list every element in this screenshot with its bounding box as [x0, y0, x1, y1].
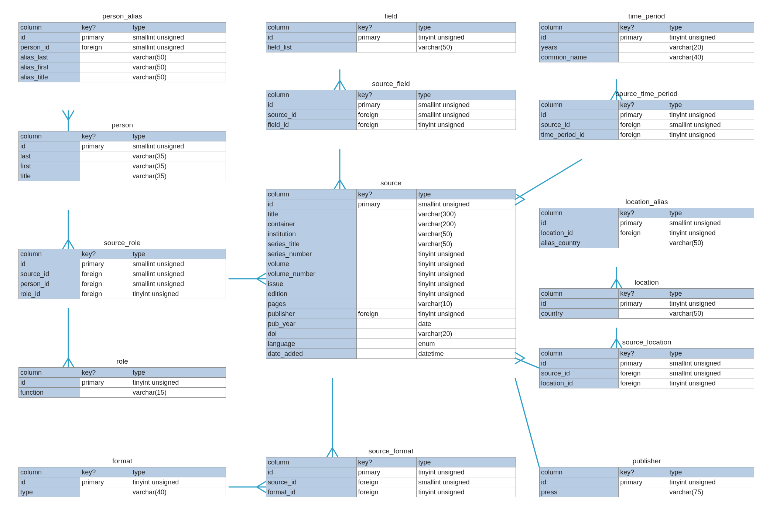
cell: id — [19, 259, 80, 269]
header-cell: type — [417, 457, 516, 467]
cell — [357, 289, 417, 299]
entity-title: source — [266, 179, 516, 187]
entity-title: field — [266, 12, 516, 20]
table-row: titlevarchar(35) — [19, 171, 226, 181]
header-cell: type — [668, 23, 754, 32]
cell: foreign — [357, 110, 417, 120]
table-header: columnkey?type — [540, 289, 754, 299]
entity-source_role: source_rolecolumnkey?typeidprimarysmalli… — [18, 249, 226, 299]
cell: tinyint unsigned — [417, 487, 516, 497]
entity-person_alias: person_aliascolumnkey?typeidprimarysmall… — [18, 22, 226, 82]
cell — [357, 42, 417, 52]
header-cell: column — [19, 23, 80, 32]
header-cell: column — [540, 23, 619, 32]
cell: field_id — [266, 120, 357, 130]
header-cell: key? — [619, 208, 668, 218]
header-cell: key? — [357, 189, 417, 199]
cell: publisher — [266, 309, 357, 319]
table-row: typevarchar(40) — [19, 487, 226, 497]
cell: varchar(35) — [131, 161, 226, 171]
entity-location_alias: location_aliascolumnkey?typeidprimarysma… — [539, 208, 754, 248]
header-cell: key? — [80, 249, 131, 259]
table-row: volumetinyint unsigned — [266, 259, 516, 269]
cell: tinyint unsigned — [417, 259, 516, 269]
cell: language — [266, 339, 357, 349]
header-cell: column — [266, 189, 357, 199]
cell: tinyint unsigned — [668, 477, 754, 487]
cell: volume — [266, 259, 357, 269]
table-row: idprimarysmallint unsigned — [540, 358, 754, 368]
cell: source_id — [540, 120, 619, 130]
table-row: source_idforeignsmallint unsigned — [266, 110, 516, 120]
cell: smallint unsigned — [417, 100, 516, 110]
cell: function — [19, 388, 80, 397]
table-row: alias_lastvarchar(50) — [19, 52, 226, 62]
cell: primary — [80, 141, 131, 151]
cell: person_id — [19, 42, 80, 52]
cell — [357, 249, 417, 259]
cell — [357, 329, 417, 339]
table-row: source_idforeignsmallint unsigned — [19, 269, 226, 279]
cell: tinyint unsigned — [131, 289, 226, 299]
cell: title — [19, 171, 80, 181]
table-row: idprimarytinyint unsigned — [540, 110, 754, 120]
table-row: person_idforeignsmallint unsigned — [19, 279, 226, 289]
table-row: doivarchar(20) — [266, 329, 516, 339]
table-row: publisherforeigntinyint unsigned — [266, 309, 516, 319]
table-row: firstvarchar(35) — [19, 161, 226, 171]
table-header: columnkey?type — [266, 189, 516, 199]
cell: foreign — [80, 279, 131, 289]
entity-source_time_period: source_time_periodcolumnkey?typeidprimar… — [539, 100, 754, 140]
cell — [80, 62, 131, 72]
cell: tinyint unsigned — [417, 289, 516, 299]
cell: tinyint unsigned — [131, 378, 226, 387]
cell: smallint unsigned — [131, 259, 226, 269]
cell: primary — [619, 358, 668, 368]
cell: date — [417, 319, 516, 329]
cell: foreign — [80, 289, 131, 299]
cell: alias_first — [19, 62, 80, 72]
cell: id — [266, 199, 357, 209]
cell: varchar(50) — [131, 52, 226, 62]
cell: alias_last — [19, 52, 80, 62]
cell: smallint unsigned — [417, 199, 516, 209]
cell: tinyint unsigned — [417, 467, 516, 477]
cell: id — [19, 141, 80, 151]
cell: primary — [619, 32, 668, 42]
table-row: source_idforeignsmallint unsigned — [540, 368, 754, 378]
cell — [357, 299, 417, 309]
table-row: idprimarysmallint unsigned — [266, 199, 516, 209]
cell: primary — [357, 467, 417, 477]
cell: source_id — [266, 477, 357, 487]
table-header: columnkey?type — [540, 100, 754, 110]
cell — [619, 487, 668, 497]
table-row: field_idforeigntinyint unsigned — [266, 120, 516, 130]
cell: varchar(50) — [131, 62, 226, 72]
header-cell: key? — [357, 23, 417, 32]
cell: varchar(50) — [668, 309, 754, 318]
cell — [80, 161, 131, 171]
table-header: columnkey?type — [19, 368, 226, 378]
header-cell: type — [131, 23, 226, 32]
table-row: idprimarytinyint unsigned — [19, 477, 226, 487]
table-header: columnkey?type — [540, 208, 754, 218]
entity-field: fieldcolumnkey?typeidprimarytinyint unsi… — [266, 22, 516, 52]
table-row: date_addeddatetime — [266, 349, 516, 359]
cell: enum — [417, 339, 516, 349]
header-cell: column — [266, 23, 357, 32]
header-cell: column — [19, 368, 80, 377]
cell: smallint unsigned — [668, 218, 754, 228]
header-cell: type — [668, 349, 754, 358]
cell: tinyint unsigned — [668, 110, 754, 120]
cell — [357, 269, 417, 279]
header-cell: type — [417, 23, 516, 32]
table-row: volume_numbertinyint unsigned — [266, 269, 516, 279]
cell: title — [266, 209, 357, 219]
table-row: person_idforeignsmallint unsigned — [19, 42, 226, 52]
cell: tinyint unsigned — [668, 299, 754, 308]
cell: id — [19, 378, 80, 387]
cell: doi — [266, 329, 357, 339]
table-header: columnkey?type — [19, 131, 226, 141]
header-cell: type — [131, 467, 226, 477]
table-row: titlevarchar(300) — [266, 209, 516, 219]
